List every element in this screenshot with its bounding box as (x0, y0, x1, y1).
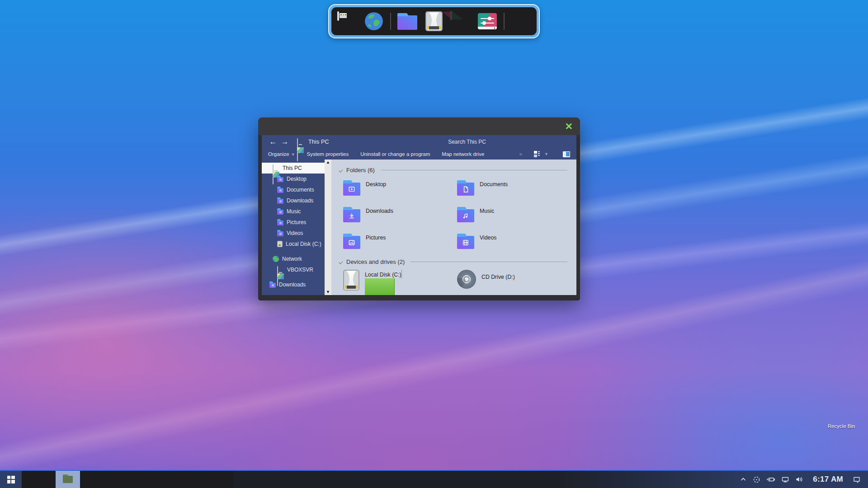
preview-pane-button[interactable] (563, 151, 570, 157)
tray-battery-button[interactable] (766, 476, 775, 483)
window-chrome: ← → This PC Search This PC Organize▼ Sys… (262, 135, 576, 160)
cd-disc-icon (457, 270, 476, 289)
hard-drive-icon (343, 270, 359, 291)
folder-tile-downloads[interactable]: Downloads (343, 206, 457, 226)
desktop-folder-icon (343, 183, 360, 196)
taskbar-segment (80, 471, 234, 488)
drive-name: CD Drive (D:) (481, 274, 515, 291)
folders-section-header[interactable]: Folders (6) (339, 167, 567, 174)
folder-icon (277, 231, 283, 236)
toolbar-overflow-button[interactable]: » (519, 151, 522, 157)
dock-folder-button[interactable] (397, 10, 418, 32)
folders-grid: Desktop Documents Downloads (339, 174, 567, 255)
volume-icon (795, 476, 803, 483)
dock-media-settings-button[interactable] (477, 10, 498, 32)
recycle-bin-shortcut[interactable]: Recycle Bin (824, 414, 859, 429)
navigation-bar: ← → This PC Search This PC (262, 135, 576, 149)
close-button[interactable]: ✕ (565, 122, 573, 131)
uninstall-program-button[interactable]: Uninstall or change a program (360, 151, 430, 157)
navigation-sidebar: This PC Desktop Documents Downloads Musi… (262, 160, 325, 295)
scroll-down-arrow[interactable]: ▼ (326, 290, 330, 294)
command-toolbar: Organize▼ System properties Uninstall or… (262, 149, 576, 160)
dock-trash-button[interactable] (510, 10, 531, 32)
recycle-bin-label: Recycle Bin (824, 423, 859, 429)
map-network-drive-button[interactable]: Map network drive (442, 151, 484, 157)
organize-button[interactable]: Organize▼ (268, 151, 295, 157)
folder-icon (397, 15, 417, 30)
taskbar-segment (22, 471, 56, 488)
windows-logo-icon (7, 476, 15, 483)
taskbar: 6:17 AM (0, 470, 868, 488)
globe-icon (364, 12, 383, 31)
dock-divider (390, 13, 391, 30)
videos-folder-icon (457, 236, 474, 249)
media-settings-icon (478, 13, 497, 29)
sidebar-item-pictures[interactable]: Pictures (262, 217, 325, 228)
folder-tile-pictures[interactable]: Pictures (343, 232, 457, 253)
back-button[interactable]: ← (267, 137, 279, 146)
display-icon (450, 12, 471, 31)
action-center-icon (853, 476, 861, 483)
folder-tile-documents[interactable]: Documents (457, 179, 571, 200)
window-titlebar[interactable]: ✕ (258, 117, 580, 135)
system-properties-button[interactable]: System properties (307, 151, 349, 157)
dock-display-button[interactable] (450, 10, 471, 32)
taskbar-file-explorer-button[interactable] (56, 471, 80, 488)
chevron-down-icon: ▼ (291, 152, 295, 157)
view-mode-button[interactable]: ▼ (534, 151, 548, 157)
dock-browser-button[interactable] (363, 10, 384, 32)
devices-section-header[interactable]: Devices and drives (2) (339, 258, 567, 265)
sidebar-item-network[interactable]: Network (262, 253, 325, 264)
action-center-button[interactable] (853, 476, 861, 483)
sidebar-item-music[interactable]: Music (262, 206, 325, 217)
sidebar-item-downloads[interactable]: Downloads (262, 195, 325, 206)
chevron-up-icon (740, 476, 747, 483)
explorer-window: ✕ ← → This PC Search This PC Organize▼ S… (258, 117, 580, 300)
computer-icon (297, 139, 304, 145)
sidebar-item-documents[interactable]: Documents (262, 184, 325, 195)
folder-icon (63, 476, 73, 483)
music-folder-icon (457, 209, 474, 222)
folder-tile-desktop[interactable]: Desktop (343, 179, 457, 200)
sidebar-item-vboxsvr[interactable]: VBOXSVR (262, 264, 325, 275)
chevron-down-icon (339, 169, 343, 172)
sidebar-item-desktop[interactable]: Desktop (262, 174, 325, 184)
tray-chevron-up-button[interactable] (740, 476, 747, 483)
computer-icon (337, 12, 357, 30)
hard-drive-icon (425, 11, 443, 31)
computer-icon (273, 165, 279, 171)
start-button[interactable] (0, 471, 22, 488)
tray-update-button[interactable] (753, 476, 760, 483)
sidebar-item-videos[interactable]: Videos (262, 228, 325, 239)
dock-drive-button[interactable] (424, 10, 444, 32)
chevron-down-icon (339, 261, 343, 263)
address-location[interactable]: This PC (308, 139, 329, 145)
sidebar-item-local-disk[interactable]: Local Disk (C:) (262, 239, 325, 249)
folder-icon (277, 221, 283, 225)
sidebar-item-downloads-quick[interactable]: Downloads (262, 279, 325, 290)
drive-name: Local Disk (C:) (365, 272, 401, 278)
folder-icon (277, 177, 283, 182)
documents-folder-icon (457, 183, 474, 196)
dock-inner (331, 7, 537, 35)
forward-button[interactable]: → (279, 137, 291, 146)
sidebar-item-this-pc[interactable]: This PC (262, 163, 325, 174)
folder-tile-videos[interactable]: Videos (457, 232, 571, 253)
sidebar-scrollbar[interactable]: ▲ ▼ (325, 160, 331, 295)
system-tray: 6:17 AM (740, 471, 868, 488)
network-icon (781, 476, 789, 483)
tray-network-button[interactable] (781, 476, 789, 483)
local-disk-tile[interactable]: Local Disk (C:) 23.6 GB free of 49.4 GB (343, 270, 457, 291)
downloads-folder-icon (343, 209, 360, 222)
taskbar-clock[interactable]: 6:17 AM (813, 475, 843, 484)
dock-file-manager-button[interactable] (337, 10, 358, 32)
folder-icon (277, 199, 283, 204)
cd-drive-tile[interactable]: CD Drive (D:) (457, 270, 571, 291)
folder-tile-music[interactable]: Music (457, 206, 571, 226)
disk-usage-fill (365, 278, 395, 295)
search-box[interactable]: Search This PC (448, 139, 571, 145)
view-mode-icon (534, 151, 540, 157)
scroll-up-arrow[interactable]: ▲ (326, 160, 330, 164)
tray-volume-button[interactable] (795, 476, 803, 483)
devices-grid: Local Disk (C:) 23.6 GB free of 49.4 GB … (339, 265, 567, 291)
